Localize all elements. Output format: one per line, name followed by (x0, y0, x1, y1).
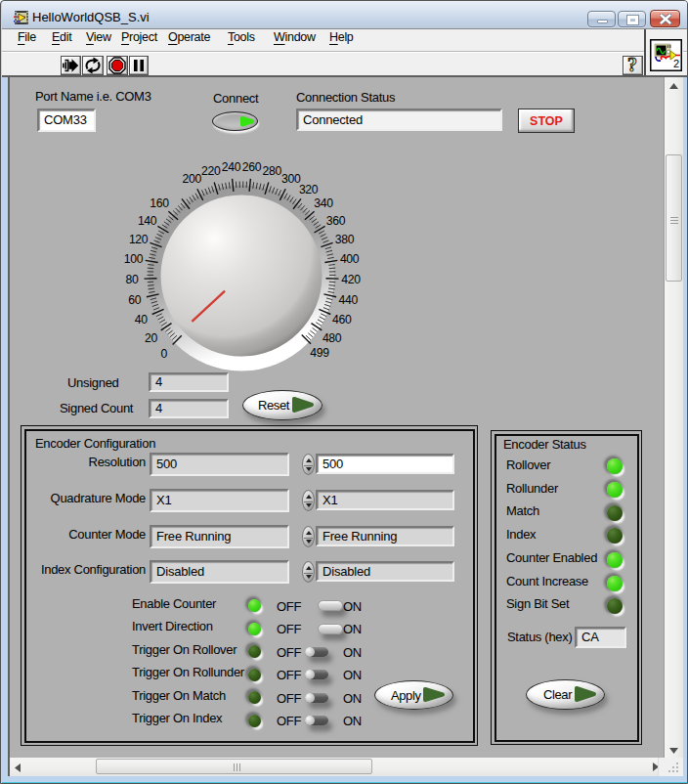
svg-text:440: 440 (339, 293, 359, 307)
svg-text:280: 280 (262, 164, 281, 178)
svg-text:260: 260 (242, 160, 262, 174)
svg-text:20: 20 (145, 331, 157, 345)
svg-text:60: 60 (128, 293, 141, 307)
svg-text:320: 320 (299, 183, 319, 196)
svg-text:380: 380 (335, 233, 355, 246)
svg-text:220: 220 (201, 164, 221, 178)
svg-text:140: 140 (138, 214, 157, 228)
svg-text:0: 0 (161, 347, 168, 361)
svg-text:460: 460 (332, 313, 352, 327)
svg-text:480: 480 (322, 331, 342, 345)
svg-text:340: 340 (314, 196, 333, 210)
svg-text:499: 499 (310, 346, 329, 360)
svg-text:160: 160 (150, 196, 169, 210)
svg-text:420: 420 (341, 273, 361, 286)
svg-text:240: 240 (222, 160, 241, 174)
svg-text:2: 2 (673, 58, 679, 69)
svg-text:200: 200 (182, 172, 201, 186)
svg-text:360: 360 (326, 214, 346, 228)
svg-text:400: 400 (340, 252, 360, 266)
svg-text:100: 100 (124, 252, 144, 266)
svg-text:120: 120 (129, 233, 149, 246)
svg-text:80: 80 (126, 273, 139, 286)
svg-text:40: 40 (135, 313, 148, 327)
